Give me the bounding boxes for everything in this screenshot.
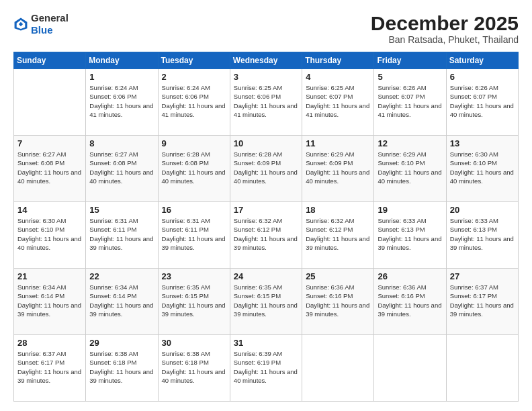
location: Ban Ratsada, Phuket, Thailand bbox=[371, 34, 519, 45]
day-info: Sunrise: 6:28 AM Sunset: 6:08 PM Dayligh… bbox=[162, 150, 226, 185]
day-number: 14 bbox=[17, 205, 82, 215]
day-info: Sunrise: 6:36 AM Sunset: 6:16 PM Dayligh… bbox=[378, 283, 442, 318]
day-number: 15 bbox=[89, 205, 154, 215]
weekday-header-thursday: Thursday bbox=[302, 52, 374, 69]
day-info: Sunrise: 6:31 AM Sunset: 6:11 PM Dayligh… bbox=[162, 216, 226, 252]
day-info: Sunrise: 6:30 AM Sunset: 6:10 PM Dayligh… bbox=[17, 216, 82, 252]
day-info: Sunrise: 6:26 AM Sunset: 6:07 PM Dayligh… bbox=[378, 83, 442, 119]
day-info: Sunrise: 6:31 AM Sunset: 6:11 PM Dayligh… bbox=[89, 216, 154, 252]
day-info: Sunrise: 6:24 AM Sunset: 6:06 PM Dayligh… bbox=[89, 83, 154, 119]
day-number: 11 bbox=[306, 138, 370, 148]
calendar-cell: 6Sunrise: 6:26 AM Sunset: 6:07 PM Daylig… bbox=[446, 69, 518, 136]
day-number: 21 bbox=[17, 271, 82, 281]
calendar-week-3: 21Sunrise: 6:34 AM Sunset: 6:14 PM Dayli… bbox=[14, 269, 519, 335]
weekday-header-row: SundayMondayTuesdayWednesdayThursdayFrid… bbox=[14, 52, 519, 69]
logo-text: General Blue bbox=[31, 12, 69, 36]
calendar-cell bbox=[302, 335, 374, 402]
day-info: Sunrise: 6:28 AM Sunset: 6:09 PM Dayligh… bbox=[234, 150, 298, 185]
weekday-header-sunday: Sunday bbox=[14, 52, 86, 69]
day-number: 18 bbox=[306, 205, 370, 215]
day-info: Sunrise: 6:25 AM Sunset: 6:06 PM Dayligh… bbox=[234, 83, 298, 119]
calendar-week-4: 28Sunrise: 6:37 AM Sunset: 6:17 PM Dayli… bbox=[14, 335, 519, 402]
day-info: Sunrise: 6:39 AM Sunset: 6:19 PM Dayligh… bbox=[234, 349, 298, 385]
day-info: Sunrise: 6:25 AM Sunset: 6:07 PM Dayligh… bbox=[306, 83, 370, 119]
day-number: 4 bbox=[306, 72, 370, 82]
day-number: 9 bbox=[162, 138, 226, 148]
calendar-cell: 22Sunrise: 6:34 AM Sunset: 6:14 PM Dayli… bbox=[86, 269, 158, 335]
calendar-cell: 3Sunrise: 6:25 AM Sunset: 6:06 PM Daylig… bbox=[230, 69, 302, 136]
day-info: Sunrise: 6:26 AM Sunset: 6:07 PM Dayligh… bbox=[450, 83, 515, 119]
calendar-cell: 15Sunrise: 6:31 AM Sunset: 6:11 PM Dayli… bbox=[86, 202, 158, 269]
day-number: 28 bbox=[17, 338, 82, 348]
day-info: Sunrise: 6:35 AM Sunset: 6:15 PM Dayligh… bbox=[234, 283, 298, 318]
day-number: 17 bbox=[234, 205, 298, 215]
calendar-cell: 19Sunrise: 6:33 AM Sunset: 6:13 PM Dayli… bbox=[374, 202, 446, 269]
calendar-cell: 17Sunrise: 6:32 AM Sunset: 6:12 PM Dayli… bbox=[230, 202, 302, 269]
day-info: Sunrise: 6:33 AM Sunset: 6:13 PM Dayligh… bbox=[378, 216, 442, 252]
day-number: 6 bbox=[450, 72, 515, 82]
calendar-cell: 25Sunrise: 6:36 AM Sunset: 6:16 PM Dayli… bbox=[302, 269, 374, 335]
calendar-cell bbox=[14, 69, 86, 136]
day-number: 10 bbox=[234, 138, 298, 148]
weekday-header-saturday: Saturday bbox=[446, 52, 518, 69]
calendar-cell: 30Sunrise: 6:38 AM Sunset: 6:18 PM Dayli… bbox=[158, 335, 230, 402]
calendar-cell: 5Sunrise: 6:26 AM Sunset: 6:07 PM Daylig… bbox=[374, 69, 446, 136]
day-number: 3 bbox=[234, 72, 298, 82]
day-number: 31 bbox=[234, 338, 298, 348]
calendar-cell: 21Sunrise: 6:34 AM Sunset: 6:14 PM Dayli… bbox=[14, 269, 86, 335]
calendar-cell: 26Sunrise: 6:36 AM Sunset: 6:16 PM Dayli… bbox=[374, 269, 446, 335]
calendar-week-2: 14Sunrise: 6:30 AM Sunset: 6:10 PM Dayli… bbox=[14, 202, 519, 269]
weekday-header-friday: Friday bbox=[374, 52, 446, 69]
weekday-header-wednesday: Wednesday bbox=[230, 52, 302, 69]
day-number: 12 bbox=[378, 138, 442, 148]
calendar-cell: 13Sunrise: 6:30 AM Sunset: 6:10 PM Dayli… bbox=[446, 136, 518, 202]
calendar-cell: 1Sunrise: 6:24 AM Sunset: 6:06 PM Daylig… bbox=[86, 69, 158, 136]
calendar-cell bbox=[374, 335, 446, 402]
day-info: Sunrise: 6:34 AM Sunset: 6:14 PM Dayligh… bbox=[17, 283, 82, 318]
day-number: 22 bbox=[89, 271, 154, 281]
calendar-cell: 9Sunrise: 6:28 AM Sunset: 6:08 PM Daylig… bbox=[158, 136, 230, 202]
day-info: Sunrise: 6:33 AM Sunset: 6:13 PM Dayligh… bbox=[450, 216, 515, 252]
logo-icon bbox=[13, 17, 28, 32]
weekday-header-monday: Monday bbox=[86, 52, 158, 69]
day-number: 5 bbox=[378, 72, 442, 82]
day-number: 16 bbox=[162, 205, 226, 215]
day-info: Sunrise: 6:32 AM Sunset: 6:12 PM Dayligh… bbox=[234, 216, 298, 252]
day-info: Sunrise: 6:35 AM Sunset: 6:15 PM Dayligh… bbox=[162, 283, 226, 318]
day-number: 19 bbox=[378, 205, 442, 215]
day-info: Sunrise: 6:27 AM Sunset: 6:08 PM Dayligh… bbox=[17, 150, 82, 185]
day-info: Sunrise: 6:32 AM Sunset: 6:12 PM Dayligh… bbox=[306, 216, 370, 252]
day-number: 23 bbox=[162, 271, 226, 281]
logo: General Blue bbox=[13, 12, 69, 36]
calendar-cell: 20Sunrise: 6:33 AM Sunset: 6:13 PM Dayli… bbox=[446, 202, 518, 269]
calendar-cell: 29Sunrise: 6:38 AM Sunset: 6:18 PM Dayli… bbox=[86, 335, 158, 402]
day-info: Sunrise: 6:36 AM Sunset: 6:16 PM Dayligh… bbox=[306, 283, 370, 318]
day-number: 27 bbox=[450, 271, 515, 281]
day-info: Sunrise: 6:34 AM Sunset: 6:14 PM Dayligh… bbox=[89, 283, 154, 318]
calendar-cell: 24Sunrise: 6:35 AM Sunset: 6:15 PM Dayli… bbox=[230, 269, 302, 335]
day-number: 2 bbox=[162, 72, 226, 82]
calendar-cell: 23Sunrise: 6:35 AM Sunset: 6:15 PM Dayli… bbox=[158, 269, 230, 335]
weekday-header-tuesday: Tuesday bbox=[158, 52, 230, 69]
page: General Blue December 2025 Ban Ratsada, … bbox=[0, 0, 532, 411]
day-info: Sunrise: 6:29 AM Sunset: 6:10 PM Dayligh… bbox=[378, 150, 442, 185]
calendar-cell: 28Sunrise: 6:37 AM Sunset: 6:17 PM Dayli… bbox=[14, 335, 86, 402]
day-number: 7 bbox=[17, 138, 82, 148]
day-number: 25 bbox=[306, 271, 370, 281]
day-info: Sunrise: 6:24 AM Sunset: 6:06 PM Dayligh… bbox=[162, 83, 226, 119]
calendar-cell: 11Sunrise: 6:29 AM Sunset: 6:09 PM Dayli… bbox=[302, 136, 374, 202]
calendar-cell: 27Sunrise: 6:37 AM Sunset: 6:17 PM Dayli… bbox=[446, 269, 518, 335]
calendar-cell: 31Sunrise: 6:39 AM Sunset: 6:19 PM Dayli… bbox=[230, 335, 302, 402]
calendar-cell: 14Sunrise: 6:30 AM Sunset: 6:10 PM Dayli… bbox=[14, 202, 86, 269]
day-number: 29 bbox=[89, 338, 154, 348]
calendar-week-1: 7Sunrise: 6:27 AM Sunset: 6:08 PM Daylig… bbox=[14, 136, 519, 202]
header: General Blue December 2025 Ban Ratsada, … bbox=[13, 12, 519, 45]
calendar-week-0: 1Sunrise: 6:24 AM Sunset: 6:06 PM Daylig… bbox=[14, 69, 519, 136]
day-info: Sunrise: 6:27 AM Sunset: 6:08 PM Dayligh… bbox=[89, 150, 154, 185]
day-info: Sunrise: 6:29 AM Sunset: 6:09 PM Dayligh… bbox=[306, 150, 370, 185]
day-number: 8 bbox=[89, 138, 154, 148]
calendar-body: 1Sunrise: 6:24 AM Sunset: 6:06 PM Daylig… bbox=[14, 69, 519, 402]
day-info: Sunrise: 6:38 AM Sunset: 6:18 PM Dayligh… bbox=[162, 349, 226, 385]
day-info: Sunrise: 6:37 AM Sunset: 6:17 PM Dayligh… bbox=[450, 283, 515, 318]
day-number: 13 bbox=[450, 138, 515, 148]
